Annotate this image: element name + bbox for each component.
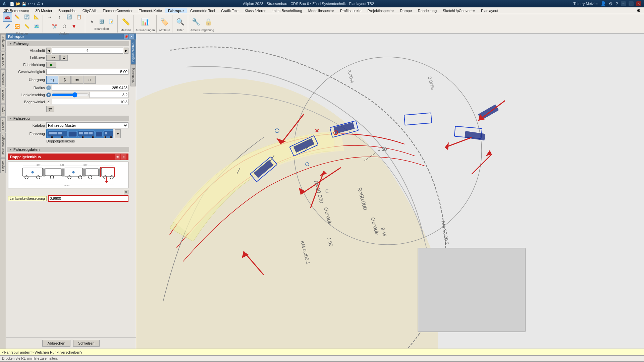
qa-redo[interactable]: ↪ [32, 2, 35, 6]
panel-vtab-eigenschaften[interactable]: Eigenschaften [130, 40, 136, 65]
panel-close-btn[interactable]: × [129, 34, 134, 39]
canvas-area[interactable]: Grundriss □ × [136, 34, 644, 349]
katalog-select[interactable]: Fahrzeug-Muster [46, 122, 128, 128]
radius-input[interactable] [52, 85, 128, 91]
lenkeinschlag-input[interactable] [90, 92, 129, 98]
tb-bear-2[interactable]: 🔡 [97, 17, 106, 26]
section-fahrzeugdaten-header[interactable]: ▼ Fahrzeugdaten [7, 147, 129, 152]
settings-icon[interactable]: ⚙ [609, 1, 613, 6]
tb-messen-1[interactable]: 📏 [120, 16, 132, 28]
radius-label: Radius [8, 86, 45, 90]
geschwindigkeit-input[interactable] [46, 69, 128, 75]
uebergang-btn3[interactable]: ⇔ [71, 76, 83, 84]
fahrtrichtung-btn[interactable]: ▶ [46, 62, 56, 68]
qa-print[interactable]: 🖨 [37, 2, 40, 6]
tb-aendern-1[interactable]: ↔️ [45, 12, 54, 22]
tb-bear-3[interactable]: 📝 [107, 17, 116, 26]
sidebar-tab-fahrspur[interactable]: Fahrspur [0, 34, 6, 51]
menu-lokal-beschriftung[interactable]: Lokal-Beschriftung [269, 8, 305, 13]
toolbar-fahrspur-8[interactable]: 🗺️ [32, 22, 41, 31]
tb-ausw-1[interactable]: 📊 [139, 16, 151, 28]
panel-scroll-area: ▼ Fahrweg Abschnitt ◀ ▶ [6, 40, 130, 338]
menu-planlayout[interactable]: Planlayout [478, 8, 501, 13]
leitkurve-curve-icon[interactable]: 〜 [46, 55, 60, 61]
abschnitt-next[interactable]: ▶ [124, 48, 128, 54]
help-text: Drücken Sie F1, um Hilfe zu erhalten. [2, 357, 58, 360]
fahrzeugdaten-edit-btn[interactable]: ✏ [115, 154, 120, 160]
fahrzeugdaten-more-btn[interactable]: ≡ [121, 154, 126, 160]
abbrechen-btn[interactable]: Abbrechen [42, 340, 70, 347]
toolbar-label-attribute: Attribute [159, 28, 170, 32]
schliessen-btn[interactable]: Schließen [73, 340, 100, 347]
lenkwinkel-value-display[interactable]: 0.9600 [48, 195, 128, 202]
toolbar-fahrspur-new[interactable]: 🚗 [3, 12, 12, 22]
menu-rohrleitung[interactable]: Rohrleitung [415, 8, 439, 13]
sidebar-tab-assistent[interactable]: Assistent [0, 52, 6, 69]
fahrzeugdaten-close-row: × [8, 190, 128, 194]
qa-save[interactable]: 💾 [22, 2, 26, 6]
abschnitt-input[interactable] [52, 48, 123, 54]
sidebar-tab-issue-manager[interactable]: Issue Manager [0, 133, 6, 158]
sidebar-tab-bibliothek[interactable]: Bibliothek [0, 69, 6, 87]
abschnitt-prev[interactable]: ◀ [46, 48, 51, 54]
tb-attr-1[interactable]: 🏷️ [159, 16, 171, 28]
sidebar-tab-ebenen[interactable]: Ebenen [0, 117, 6, 132]
toolbar-fahrspur-4[interactable]: 📐 [32, 12, 41, 22]
menu-sketchupconverter[interactable]: SketchUpConverter [440, 8, 478, 13]
uebergang-btn1[interactable]: ↑↓ [46, 76, 58, 84]
tb-aendern-2[interactable]: ↕️ [55, 12, 64, 22]
leitkurve-options-btn[interactable]: ⚙ [60, 55, 68, 61]
sidebar-tab-connect[interactable]: Connect [0, 88, 6, 104]
menu-elementconverter[interactable]: ElementConverter [100, 8, 136, 13]
vehicle-dropdown-btn[interactable]: ▾ [115, 129, 121, 138]
tb-filter-1[interactable]: 🔍 [174, 16, 186, 28]
toolbar-fahrspur-edit[interactable]: ✏️ [12, 12, 22, 22]
fahrzeugdaten-close-btn[interactable]: × [124, 190, 128, 194]
menu-fahrspur[interactable]: Fahrspur [165, 8, 187, 13]
toolbar: 🚗 ✏️ 🔄 📐 🖊️ 🔀 📏 🗺️ Fahrspur ↔️ ↕️ 🔃 📋 ✂️… [0, 14, 644, 34]
toolbar-fahrspur-3[interactable]: 🔄 [22, 12, 32, 22]
toolbar-fahrspur-5[interactable]: 🖊️ [3, 22, 12, 31]
tb-aendern-6[interactable]: ⬡ [60, 22, 69, 31]
menu-element-kette[interactable]: Element-Kette [136, 8, 165, 13]
section-fahrweg-header[interactable]: ▼ Fahrweg [7, 41, 129, 46]
toolbar-fahrspur-6[interactable]: 🔀 [12, 22, 22, 31]
menu-grafik-text[interactable]: Grafik Text [218, 8, 241, 13]
menu-klassifizierer[interactable]: Klassifizierer [242, 8, 268, 13]
minimize-btn[interactable]: − [621, 1, 626, 6]
qa-undo[interactable]: ↩ [28, 2, 31, 6]
uebergang-btn2[interactable]: ⇕ [59, 76, 71, 84]
bogenwinkel-input[interactable] [52, 99, 128, 105]
tb-aendern-del[interactable]: ✖ [69, 22, 79, 31]
sidebar-tab-objekte[interactable]: Objekte [0, 158, 6, 173]
tb-aendern-5[interactable]: ✂️ [50, 22, 59, 31]
panel-pin-btn[interactable]: 📌 [124, 34, 128, 39]
toolbar-fahrspur-7[interactable]: 📏 [22, 22, 32, 31]
close-btn[interactable]: × [636, 1, 641, 6]
qa-open[interactable]: 📂 [16, 2, 20, 6]
title-bar: A 📄 📂 💾 ↩ ↪ 🖨 ▾ Allplan 2023 - Strassenb… [0, 0, 644, 7]
sidebar-tab-layer[interactable]: Layer [0, 104, 6, 117]
uebergang-btn4[interactable]: ↔ [84, 76, 96, 84]
swap-direction-btn[interactable]: ⇄ [46, 106, 54, 112]
menu-modellinspector[interactable]: Modellinspector [306, 8, 337, 13]
tb-aendern-3[interactable]: 🔃 [64, 12, 74, 22]
fahrspur-panel: Fahrspur 📌 × ▼ Fahrweg [6, 34, 136, 349]
panel-vtab-darstellung[interactable]: Darstellung [130, 65, 136, 86]
help-icon[interactable]: ? [615, 1, 618, 6]
vehicle-detail-svg: 3.00 3.00 3.00 [20, 163, 117, 187]
lenkeinschlag-slider[interactable] [52, 93, 89, 97]
tb-aendern-4[interactable]: 📋 [74, 12, 84, 22]
section-fahrzeug-header[interactable]: ▼ Fahrzeug [7, 116, 129, 121]
settings-gear-icon[interactable]: ⚙ [635, 8, 643, 13]
vehicle-image[interactable] [46, 129, 113, 138]
menu-rampe[interactable]: Rampe [397, 8, 414, 13]
svg-rect-19 [20, 163, 117, 187]
tb-bear-1[interactable]: A [87, 17, 97, 26]
maximize-btn[interactable]: □ [629, 1, 634, 6]
menu-profilbauteile[interactable]: Profilbauteile [337, 8, 364, 13]
menu-geometrie-tool[interactable]: Geometrie Tool [187, 8, 218, 13]
menu-projektinspector[interactable]: Projektinspector [365, 8, 397, 13]
qa-new[interactable]: 📄 [10, 2, 14, 6]
tb-arb-1[interactable]: 🔧 [190, 16, 202, 28]
